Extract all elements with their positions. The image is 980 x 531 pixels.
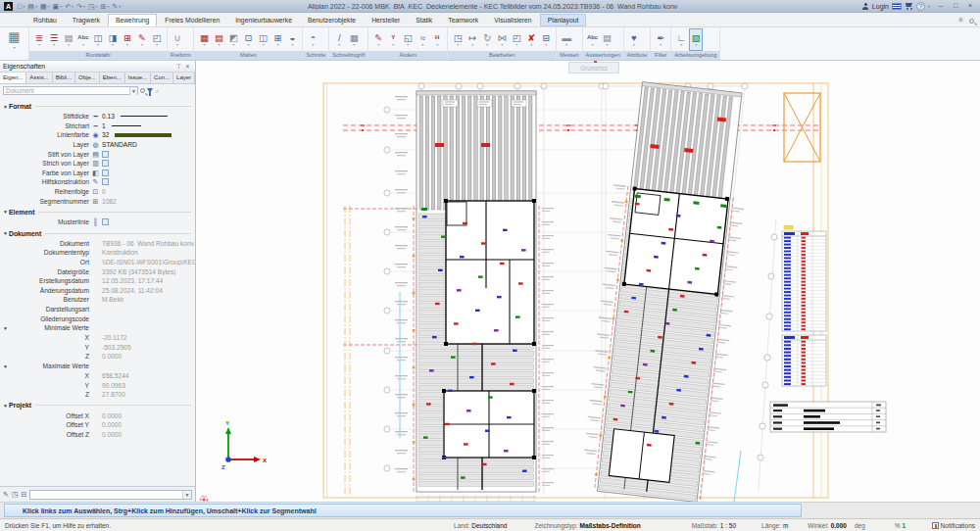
messen-icon[interactable]: ▬▾: [560, 28, 573, 51]
panel-tab-layer[interactable]: Layer: [173, 72, 195, 83]
menu-tab-ingenieurbauwerke[interactable]: Ingenieurbauwerke: [227, 14, 300, 26]
redo-icon[interactable]: ↷: [76, 1, 82, 12]
print-icon[interactable]: ▣: [53, 1, 60, 12]
close-button[interactable]: ×: [964, 1, 976, 11]
cad-drawing[interactable]: YXZ: [196, 61, 979, 502]
loeschen-icon[interactable]: ✘▾: [524, 28, 538, 51]
checkbox[interactable]: [102, 151, 109, 158]
panel-close-icon[interactable]: ×: [183, 63, 192, 70]
panel-tab-issue[interactable]: Issue...: [125, 72, 151, 83]
menu-tab-planlayout[interactable]: Planlayout: [540, 14, 587, 26]
panel-tab-eben[interactable]: Eben...: [100, 72, 125, 83]
stabliste-icon[interactable]: ▤▾: [62, 28, 75, 51]
format-uebertragen-icon[interactable]: ⊟▾: [539, 28, 553, 51]
legende-icon[interactable]: Abc▾: [586, 28, 600, 51]
help-caret-icon[interactable]: ▾: [928, 4, 930, 9]
maximize-button[interactable]: □: [950, 1, 961, 11]
report-icon[interactable]: ▤▾: [601, 28, 614, 51]
zeichnungstyp-field[interactable]: Zeichnungstyp:Maßstabs-Definition: [534, 522, 640, 529]
matten-schneiden-icon[interactable]: ◩▾: [226, 28, 240, 51]
task-navigator-button[interactable]: ▦▾: [0, 27, 29, 60]
menu-tab-hersteller[interactable]: Hersteller: [364, 14, 408, 26]
redo-icon-caret[interactable]: ▾: [83, 4, 85, 9]
checkbox[interactable]: [102, 178, 109, 185]
open-file-icon[interactable]: ▤: [27, 1, 34, 12]
matten-verlegung-icon[interactable]: ⊞▾: [270, 28, 284, 51]
paste-icon-caret[interactable]: ▾: [107, 4, 109, 9]
drehen-icon[interactable]: ↻▾: [480, 28, 494, 51]
open-file-icon-caret[interactable]: ▾: [35, 4, 37, 9]
spiegeln-icon[interactable]: ⋈▾: [495, 28, 509, 51]
undo-icon[interactable]: ↶: [65, 1, 71, 12]
panel-tab-eigen[interactable]: Eigen...: [0, 72, 26, 83]
search-icon[interactable]: [969, 19, 974, 24]
panel-tab-assis[interactable]: Assis...: [26, 72, 52, 83]
matten-verlegen-icon[interactable]: ▦▾: [197, 28, 211, 51]
minimize-button[interactable]: –: [935, 1, 947, 11]
shop-cart-icon[interactable]: [905, 3, 913, 9]
panel-tab-obje[interactable]: Obje...: [75, 72, 100, 83]
traeger-aendern-icon[interactable]: H▾: [430, 28, 444, 51]
kopieren-icon[interactable]: ◳▾: [451, 28, 465, 51]
laenge-field[interactable]: Länge:m: [761, 522, 788, 529]
polygon-aendern-icon[interactable]: ≈▾: [416, 28, 429, 51]
menu-tab-visualisieren[interactable]: Visualisieren: [486, 14, 539, 26]
menu-tab-tragwerk[interactable]: Tragwerk: [65, 14, 108, 26]
koordinaten-icon[interactable]: ∟▾: [674, 28, 688, 51]
panel-tab-con[interactable]: Con...: [151, 72, 173, 83]
new-file-icon[interactable]: □: [18, 1, 22, 12]
attribute-zuweisen-icon[interactable]: ♥▾: [627, 28, 641, 51]
edit-favorite-icon[interactable]: ✎: [3, 491, 9, 499]
menu-tab-rohbau[interactable]: Rohbau: [25, 14, 65, 26]
language-flag-icon[interactable]: [892, 3, 902, 10]
print-icon-caret[interactable]: ▾: [60, 4, 62, 9]
beschriften-icon[interactable]: Abc▾: [76, 28, 90, 51]
menu-tab-statik[interactable]: Statik: [408, 14, 440, 26]
skalieren-icon[interactable]: ◰▾: [510, 28, 523, 51]
section-element[interactable]: ▼Element: [0, 207, 195, 217]
winkel-field[interactable]: Winkel:0.000deg: [808, 522, 864, 529]
pin-icon[interactable]: ⊤: [174, 63, 183, 71]
biegeform-icon[interactable]: ☰▾: [47, 28, 61, 51]
open-favorite-icon[interactable]: ◳: [12, 491, 19, 499]
matten-drehen-icon[interactable]: ◒▾: [285, 28, 299, 51]
menu-tab-benutzerobjekte[interactable]: Benutzerobjekte: [300, 14, 364, 26]
plot-icon[interactable]: ✎: [112, 1, 118, 12]
freiform-biegen-icon[interactable]: ∪▾: [171, 28, 184, 51]
drawing-viewport[interactable]: YXZ Grundriss: [196, 61, 980, 502]
notifications-button[interactable]: Notifications: [932, 522, 975, 529]
schnitt-erzeugen-icon[interactable]: ◓▾: [306, 28, 319, 51]
save-icon[interactable]: ▦: [40, 1, 47, 12]
undo-icon-caret[interactable]: ▾: [72, 4, 74, 9]
arbeitsebene-icon[interactable]: ▧▾: [689, 28, 703, 51]
section-dokument[interactable]: ▼Dokument: [0, 228, 195, 239]
section-format[interactable]: ▼Format: [0, 101, 195, 112]
bewehrungsansicht-icon[interactable]: ◫▾: [91, 28, 105, 51]
dropdown-caret-icon[interactable]: ▼: [129, 87, 137, 95]
menu-tab-freies-modellieren[interactable]: Freies Modellieren: [157, 14, 227, 26]
linie-icon[interactable]: /▾: [332, 28, 346, 51]
stabform-icon[interactable]: ≣▾: [32, 28, 46, 51]
filter-funnel-icon[interactable]: [147, 88, 153, 93]
viewport-tab-grundriss[interactable]: Grundriss: [568, 62, 619, 73]
land-field[interactable]: Land:Deutschland: [454, 522, 507, 529]
copy-icon-caret[interactable]: ▾: [96, 4, 98, 9]
new-file-icon-caret[interactable]: ▾: [23, 4, 24, 9]
subsection-maximale-werte[interactable]: ▼Maximale Werte: [0, 362, 195, 371]
verlegung-icon[interactable]: ⊞▾: [121, 28, 134, 51]
checkbox[interactable]: [102, 169, 109, 176]
paste-icon[interactable]: ⊞: [101, 1, 107, 12]
panel-search-icon[interactable]: [140, 88, 145, 93]
property-search-input[interactable]: Dokument ▼: [3, 86, 138, 95]
help-icon[interactable]: ?: [916, 2, 925, 11]
schnittdarstellung-icon[interactable]: ◨▾: [106, 28, 120, 51]
apply-check-icon[interactable]: ✓: [155, 87, 160, 94]
matten-ansicht-icon[interactable]: ◫▾: [256, 28, 270, 51]
menu-tab-bewehrung[interactable]: Bewehrung: [108, 14, 157, 26]
matten-liste-icon[interactable]: ▤▾: [212, 28, 225, 51]
checkbox[interactable]: [102, 218, 109, 225]
login-button[interactable]: Login: [872, 3, 889, 10]
panel-tab-bibli[interactable]: Bibli...: [53, 72, 75, 83]
stab-wandeln-icon[interactable]: ◰▾: [150, 28, 164, 51]
plot-icon-caret[interactable]: ▾: [119, 4, 121, 9]
